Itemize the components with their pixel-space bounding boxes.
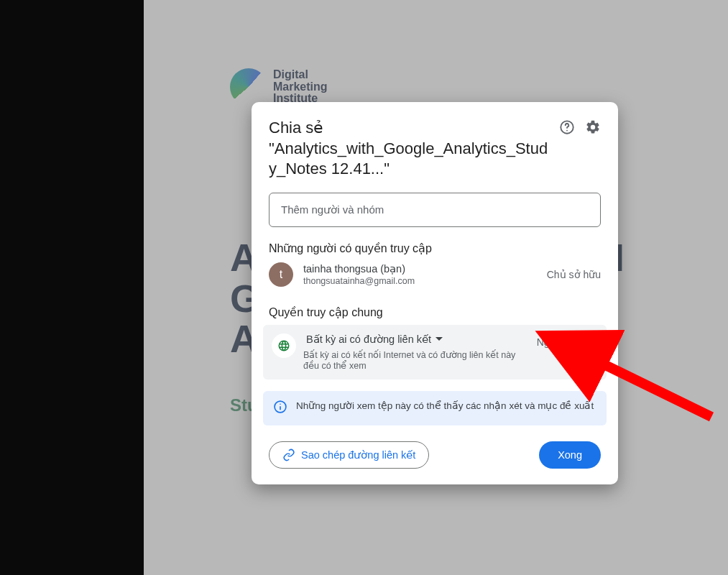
svg-point-4 bbox=[280, 403, 281, 405]
owner-email: thongsuatainha@gmail.com bbox=[303, 276, 547, 286]
help-icon[interactable] bbox=[559, 119, 575, 135]
info-note-text: Những người xem tệp này có thể thấy các … bbox=[296, 400, 594, 417]
share-dialog: Chia sẻ "Analytics_with_Google_Analytics… bbox=[252, 102, 618, 484]
general-access-row: Bất kỳ ai có đường liên kết Bất kỳ ai có… bbox=[263, 325, 607, 380]
chevron-down-icon bbox=[591, 340, 598, 344]
owner-name: tainha thongsua (bạn) bbox=[303, 263, 547, 275]
chevron-down-icon bbox=[436, 337, 443, 341]
dialog-title: Chia sẻ "Analytics_with_Google_Analytics… bbox=[269, 118, 553, 180]
done-button[interactable]: Xong bbox=[539, 441, 601, 469]
globe-icon bbox=[272, 334, 296, 358]
copy-link-button[interactable]: Sao chép đường liên kết bbox=[269, 441, 429, 469]
link-icon bbox=[282, 448, 295, 461]
owner-role-label: Chủ sở hữu bbox=[547, 269, 601, 280]
info-note: Những người xem tệp này có thể thấy các … bbox=[263, 391, 607, 426]
screenshot-stage: Digital Marketing Institute A H G A Stu … bbox=[0, 0, 728, 575]
viewer-role-dropdown[interactable]: Người xem bbox=[534, 335, 601, 349]
general-access-heading: Quyền truy cập chung bbox=[252, 305, 618, 319]
access-scope-description: Bất kỳ ai có kết nối Internet và có đườn… bbox=[303, 349, 519, 371]
avatar: t bbox=[269, 262, 293, 287]
owner-row: t tainha thongsua (bạn) thongsuatainha@g… bbox=[252, 255, 618, 291]
add-people-input[interactable] bbox=[269, 193, 601, 227]
access-scope-dropdown[interactable]: Bất kỳ ai có đường liên kết bbox=[303, 332, 446, 346]
gear-icon[interactable] bbox=[585, 119, 601, 135]
svg-point-1 bbox=[566, 130, 568, 132]
people-with-access-heading: Những người có quyền truy cập bbox=[252, 242, 618, 255]
info-icon bbox=[273, 400, 287, 417]
document-page-background: Digital Marketing Institute A H G A Stu … bbox=[144, 0, 728, 575]
